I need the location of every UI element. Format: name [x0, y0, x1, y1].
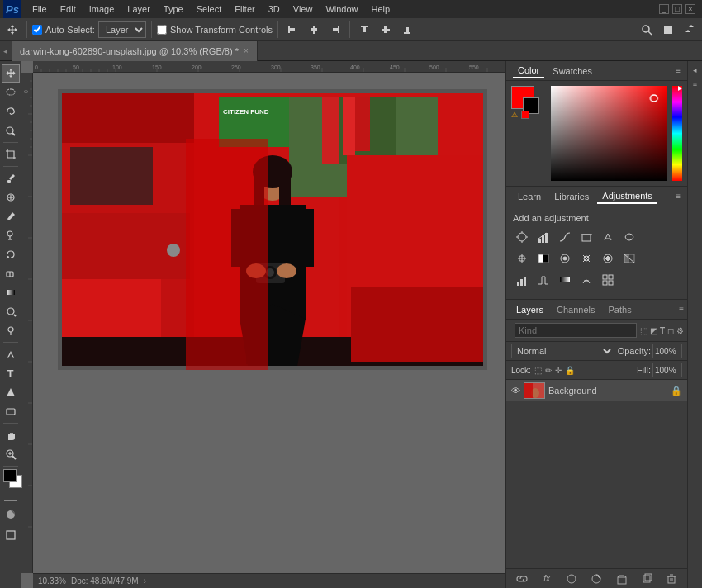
lock-position-icon[interactable]: ✛ [555, 366, 562, 375]
align-left-button[interactable] [283, 21, 301, 39]
filter-shape-icon[interactable]: ◻ [667, 326, 674, 335]
add-style-btn[interactable]: fx [539, 571, 554, 586]
black-white-btn[interactable] [534, 249, 553, 268]
filter-type-icon[interactable]: T [660, 326, 665, 335]
eyedropper-tool-btn[interactable] [2, 169, 20, 187]
lock-all-icon[interactable]: 🔒 [565, 366, 575, 375]
adjustments-menu[interactable]: ≡ [676, 192, 681, 201]
selective-color-btn[interactable] [577, 271, 595, 289]
eraser-tool-btn[interactable] [2, 264, 20, 282]
document-tab[interactable]: darwin-kong-602890-unsplash.jpg @ 10.3% … [12, 41, 258, 61]
maximize-button[interactable]: □ [672, 4, 682, 14]
exposure-btn[interactable] [577, 228, 595, 246]
libraries-tab[interactable]: Libraries [549, 190, 594, 203]
layers-menu-btn[interactable]: ≡ [679, 305, 684, 314]
type-tool-btn[interactable]: T [2, 364, 20, 382]
threshold-btn[interactable] [534, 271, 553, 289]
canvas-viewport[interactable]: CITIZEN FUND [33, 73, 505, 573]
filter-smart-icon[interactable]: ⚙ [676, 326, 684, 335]
layer-background[interactable]: 👁 Background 🔒 [506, 380, 687, 402]
layers-search-input[interactable] [515, 323, 637, 338]
color-lookup-btn[interactable] [599, 249, 617, 268]
auto-select-dropdown[interactable]: Layer [98, 21, 146, 38]
minimize-button[interactable]: _ [659, 4, 669, 14]
color-balance-btn[interactable] [513, 249, 531, 268]
color-gradient-picker[interactable] [551, 86, 667, 181]
align-center-button[interactable] [305, 21, 323, 39]
menu-edit[interactable]: Edit [55, 2, 82, 16]
invert-btn[interactable] [620, 249, 638, 268]
path-selection-tool-btn[interactable] [2, 383, 20, 401]
lasso-tool-btn[interactable] [2, 102, 20, 121]
canvas-area[interactable]: 0 50 100 150 200 250 300 350 400 450 500… [21, 61, 505, 588]
channels-tab[interactable]: Channels [550, 303, 601, 316]
align-middle-button[interactable] [377, 21, 395, 39]
screen-mode-btn[interactable] [2, 526, 20, 544]
foreground-color-swatch[interactable] [3, 469, 17, 482]
search-button[interactable] [638, 21, 656, 39]
menu-window[interactable]: Window [320, 2, 363, 16]
link-layers-btn[interactable] [515, 571, 529, 586]
create-group-btn[interactable] [614, 571, 629, 586]
rmp-btn-1[interactable]: ≡ [690, 78, 701, 90]
adjustments-tab[interactable]: Adjustments [597, 189, 657, 204]
menu-help[interactable]: Help [366, 2, 396, 16]
spot-healing-tool-btn[interactable] [2, 188, 20, 206]
swatches-tab[interactable]: Swatches [548, 64, 597, 78]
closest-gamut-color[interactable] [521, 111, 529, 119]
layers-tab[interactable]: Layers [510, 303, 550, 316]
create-adjustment-btn[interactable] [589, 571, 604, 586]
pattern-btn[interactable] [599, 271, 617, 289]
move-tool-btn[interactable] [2, 64, 20, 83]
auto-select-checkbox[interactable] [32, 25, 42, 35]
gradient-map-btn[interactable] [556, 271, 574, 289]
align-right-button[interactable] [326, 21, 344, 39]
hand-tool-btn[interactable] [2, 426, 20, 444]
menu-3d[interactable]: 3D [263, 2, 286, 16]
quick-mask-btn[interactable] [2, 505, 20, 524]
learn-tab[interactable]: Learn [513, 190, 546, 203]
menu-image[interactable]: Image [83, 2, 121, 16]
status-arrow[interactable]: › [144, 576, 146, 586]
marquee-tool-btn[interactable] [2, 83, 20, 102]
share-button[interactable] [681, 21, 699, 39]
pen-tool-btn[interactable] [2, 345, 20, 363]
shape-tool-btn[interactable] [2, 402, 20, 420]
dodge-tool-btn[interactable] [2, 321, 20, 339]
fill-input[interactable] [652, 363, 682, 377]
brush-tool-btn[interactable] [2, 207, 20, 225]
history-brush-tool-btn[interactable] [2, 245, 20, 263]
quick-select-tool-btn[interactable] [2, 121, 20, 140]
arrange-button[interactable] [659, 21, 677, 39]
align-bottom-button[interactable] [398, 21, 416, 39]
tab-close-button[interactable]: × [244, 46, 249, 55]
paths-tab[interactable]: Paths [602, 303, 638, 316]
levels-btn[interactable] [534, 228, 553, 246]
color-spectrum-bar[interactable] [672, 86, 682, 181]
menu-layer[interactable]: Layer [121, 2, 156, 16]
menu-type[interactable]: Type [158, 2, 189, 16]
channel-mixer-btn[interactable] [577, 249, 595, 268]
vibrance-btn[interactable] [599, 228, 617, 246]
collapse-panels-btn[interactable]: ◂ [690, 64, 701, 76]
brightness-contrast-btn[interactable] [513, 228, 531, 246]
menu-select[interactable]: Select [191, 2, 228, 16]
curves-btn[interactable] [556, 228, 574, 246]
filter-adjustment-icon[interactable]: ◩ [650, 326, 657, 335]
menu-file[interactable]: File [26, 2, 53, 16]
transform-controls-checkbox[interactable] [157, 25, 167, 35]
blend-mode-dropdown[interactable]: Normal [511, 344, 614, 358]
close-button[interactable]: × [685, 4, 695, 14]
image-canvas[interactable]: CITIZEN FUND [58, 89, 487, 370]
color-panel-menu[interactable]: ≡ [676, 66, 681, 75]
filter-pixel-icon[interactable]: ⬚ [640, 326, 647, 335]
tabs-expand-button[interactable]: ◂ [3, 43, 12, 59]
layer-visibility-toggle[interactable]: 👁 [511, 386, 520, 396]
layers-empty-area[interactable] [506, 402, 687, 568]
posterize-btn[interactable] [513, 271, 531, 289]
opacity-input[interactable] [652, 344, 682, 358]
crop-tool-btn[interactable] [2, 145, 20, 164]
hue-saturation-btn[interactable] [620, 228, 638, 246]
zoom-tool-btn[interactable] [2, 445, 20, 463]
gradient-tool-btn[interactable] [2, 283, 20, 301]
